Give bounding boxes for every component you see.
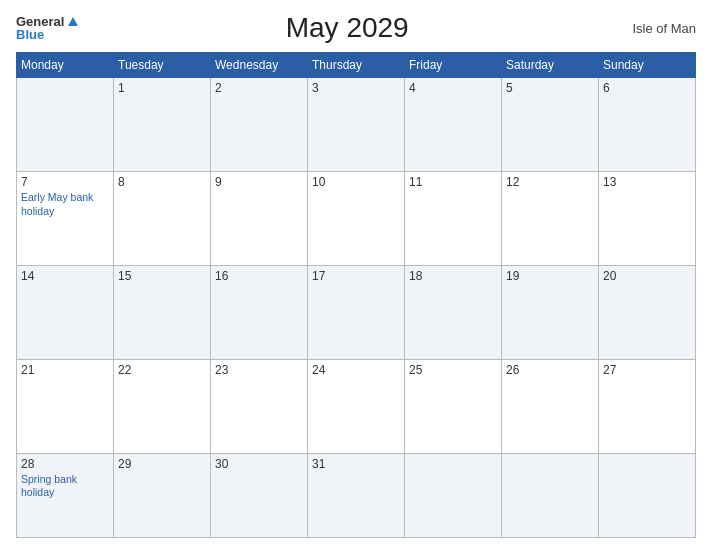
col-sunday: Sunday (599, 53, 696, 78)
calendar-day-cell: 2 (211, 78, 308, 172)
logo-triangle-icon (68, 17, 78, 26)
calendar-day-cell: 7Early May bank holiday (17, 171, 114, 265)
calendar-day-cell: 11 (405, 171, 502, 265)
calendar-day-cell: 4 (405, 78, 502, 172)
col-monday: Monday (17, 53, 114, 78)
calendar-day-cell: 30 (211, 453, 308, 537)
day-number: 29 (118, 457, 206, 471)
day-number: 26 (506, 363, 594, 377)
day-number: 1 (118, 81, 206, 95)
calendar-day-cell: 16 (211, 265, 308, 359)
day-number: 3 (312, 81, 400, 95)
calendar-day-cell: 23 (211, 359, 308, 453)
calendar-day-cell: 28Spring bank holiday (17, 453, 114, 537)
calendar-day-cell: 22 (114, 359, 211, 453)
calendar-day-cell: 25 (405, 359, 502, 453)
day-number: 10 (312, 175, 400, 189)
calendar-week-row: 14151617181920 (17, 265, 696, 359)
day-number: 30 (215, 457, 303, 471)
day-number: 9 (215, 175, 303, 189)
logo-blue-text: Blue (16, 28, 44, 41)
day-number: 13 (603, 175, 691, 189)
calendar-week-row: 21222324252627 (17, 359, 696, 453)
calendar-day-cell: 15 (114, 265, 211, 359)
calendar-day-cell: 17 (308, 265, 405, 359)
calendar-day-cell: 12 (502, 171, 599, 265)
calendar-day-cell (405, 453, 502, 537)
day-number: 14 (21, 269, 109, 283)
day-number: 15 (118, 269, 206, 283)
calendar-day-cell: 13 (599, 171, 696, 265)
calendar-week-row: 7Early May bank holiday8910111213 (17, 171, 696, 265)
calendar-week-row: 28Spring bank holiday293031 (17, 453, 696, 537)
calendar-day-cell: 24 (308, 359, 405, 453)
col-saturday: Saturday (502, 53, 599, 78)
day-number: 22 (118, 363, 206, 377)
calendar-day-cell: 26 (502, 359, 599, 453)
header: General Blue May 2029 Isle of Man (16, 12, 696, 44)
calendar-day-cell: 29 (114, 453, 211, 537)
day-event: Spring bank holiday (21, 473, 77, 499)
page: General Blue May 2029 Isle of Man Monday… (0, 0, 712, 550)
calendar-day-cell: 27 (599, 359, 696, 453)
calendar-day-cell: 5 (502, 78, 599, 172)
calendar-day-cell: 19 (502, 265, 599, 359)
day-number: 16 (215, 269, 303, 283)
calendar-day-cell: 3 (308, 78, 405, 172)
day-number: 11 (409, 175, 497, 189)
calendar-day-cell: 1 (114, 78, 211, 172)
calendar-day-cell: 31 (308, 453, 405, 537)
calendar-day-cell: 18 (405, 265, 502, 359)
month-title: May 2029 (78, 12, 616, 44)
calendar-day-cell: 8 (114, 171, 211, 265)
day-number: 19 (506, 269, 594, 283)
calendar-day-cell: 9 (211, 171, 308, 265)
day-number: 17 (312, 269, 400, 283)
day-number: 18 (409, 269, 497, 283)
day-number: 8 (118, 175, 206, 189)
day-number: 27 (603, 363, 691, 377)
calendar-day-cell (599, 453, 696, 537)
col-wednesday: Wednesday (211, 53, 308, 78)
day-number: 21 (21, 363, 109, 377)
day-number: 7 (21, 175, 109, 189)
day-number: 12 (506, 175, 594, 189)
day-number: 4 (409, 81, 497, 95)
day-number: 31 (312, 457, 400, 471)
day-number: 23 (215, 363, 303, 377)
day-number: 28 (21, 457, 109, 471)
calendar-day-cell: 20 (599, 265, 696, 359)
day-number: 25 (409, 363, 497, 377)
logo: General Blue (16, 15, 78, 41)
day-number: 2 (215, 81, 303, 95)
col-tuesday: Tuesday (114, 53, 211, 78)
calendar-header-row: Monday Tuesday Wednesday Thursday Friday… (17, 53, 696, 78)
day-number: 24 (312, 363, 400, 377)
calendar-day-cell: 10 (308, 171, 405, 265)
calendar-week-row: 123456 (17, 78, 696, 172)
day-number: 6 (603, 81, 691, 95)
calendar-day-cell: 6 (599, 78, 696, 172)
calendar-day-cell (17, 78, 114, 172)
col-friday: Friday (405, 53, 502, 78)
region-label: Isle of Man (616, 21, 696, 36)
day-number: 20 (603, 269, 691, 283)
day-number: 5 (506, 81, 594, 95)
day-event: Early May bank holiday (21, 191, 93, 217)
col-thursday: Thursday (308, 53, 405, 78)
calendar-day-cell: 21 (17, 359, 114, 453)
calendar-table: Monday Tuesday Wednesday Thursday Friday… (16, 52, 696, 538)
calendar-day-cell: 14 (17, 265, 114, 359)
calendar-day-cell (502, 453, 599, 537)
